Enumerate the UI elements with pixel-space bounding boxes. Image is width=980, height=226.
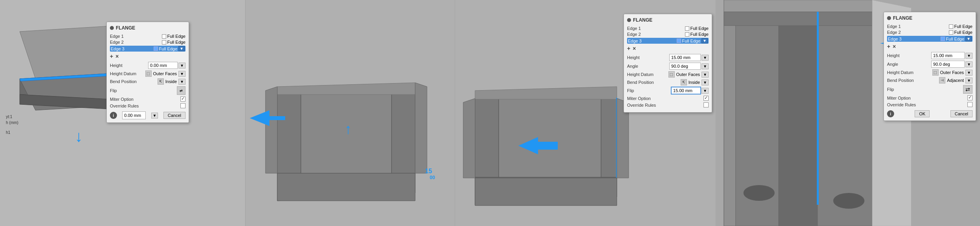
svg-marker-31 <box>475 178 617 206</box>
add-edge-button[interactable]: + <box>110 53 113 59</box>
height-dropdown-btn[interactable]: ▼ <box>178 63 186 69</box>
d3-bend-pos-label: Bend Position <box>887 78 917 83</box>
d2-edge2-label: Edge 2 <box>627 32 645 37</box>
ok-button[interactable]: OK <box>915 110 930 117</box>
d2-flip-dropdown[interactable]: ▼ <box>702 88 709 94</box>
d2-angle-input[interactable] <box>669 63 701 70</box>
d3-edge3-label: Edge 3 <box>888 37 906 41</box>
height-input[interactable] <box>148 62 178 69</box>
edge1-label: Edge 1 <box>110 34 128 39</box>
svg-text:00: 00 <box>430 175 435 180</box>
flip-icon[interactable]: ⇄ <box>177 86 186 95</box>
d3-height-dropdown[interactable]: ▼ <box>965 53 973 59</box>
d2-miter-checkbox[interactable] <box>703 96 709 101</box>
d3-bend-pos-text: Adjacent <box>947 78 964 83</box>
d2-bend-pos-icon: ↸ <box>681 79 687 85</box>
d2-edge3-dropdown[interactable]: ▼ <box>702 38 708 43</box>
d3-override-label: Override Rules <box>887 102 917 107</box>
footer-value-input[interactable] <box>122 111 146 119</box>
dialog1-title: FLANGE <box>116 25 135 31</box>
d3-cancel-button[interactable]: Cancel <box>950 110 973 117</box>
edge2-checkbox[interactable] <box>162 40 166 44</box>
arrow-down-icon: ↓ <box>75 128 83 145</box>
d3-outer-faces-icon: ⬚ <box>932 69 939 76</box>
svg-text:h (mm): h (mm) <box>6 120 19 125</box>
svg-point-40 <box>743 185 774 201</box>
d2-flip-input[interactable] <box>671 87 701 94</box>
d3-edge-row-3[interactable]: Edge 3 Full Edge ▼ <box>887 36 973 42</box>
d3-edge2-label: Edge 2 <box>887 30 905 35</box>
d3-angle-dropdown[interactable]: ▼ <box>965 61 973 67</box>
footer-dropdown-btn[interactable]: ▼ <box>151 113 158 119</box>
d2-height-input[interactable] <box>669 54 701 61</box>
override-rules-checkbox[interactable] <box>180 103 186 108</box>
d2-edge2-check[interactable] <box>685 32 689 37</box>
d2-edge1-check[interactable] <box>685 26 689 31</box>
svg-text:yt:1: yt:1 <box>6 115 13 119</box>
d3-add-btn[interactable]: + <box>887 43 890 50</box>
d3-edge1-check[interactable] <box>949 24 953 29</box>
d3-info-button[interactable]: i <box>887 110 894 117</box>
height-input-group: ▼ <box>148 62 186 69</box>
d3-edge3-check[interactable] <box>941 37 945 41</box>
edge3-label: Edge 3 <box>111 46 128 51</box>
svg-marker-16 <box>415 83 427 173</box>
edge2-label: Edge 2 <box>110 40 128 44</box>
d2-height-dropdown[interactable]: ▼ <box>702 55 709 61</box>
height-label: Height <box>110 63 139 68</box>
d2-height-datum-label: Height Datum <box>627 72 657 77</box>
flange-dialog-2: FLANGE Edge 1 Full Edge Edge 2 Full Edge… <box>624 14 712 113</box>
d2-override-checkbox[interactable] <box>703 102 709 107</box>
info-button[interactable]: i <box>110 112 117 119</box>
d3-height-row: Height ▼ <box>887 52 973 59</box>
d2-edge1-box: Full Edge <box>685 26 709 31</box>
height-datum-dropdown[interactable]: ▼ <box>178 71 186 77</box>
cancel-button[interactable]: Cancel <box>163 112 186 119</box>
remove-edge-button[interactable]: × <box>115 53 119 59</box>
svg-marker-17 <box>277 173 415 201</box>
dialog3-footer: i OK Cancel <box>887 110 973 117</box>
d3-flip-label: Flip <box>887 87 917 92</box>
d2-bend-pos-dropdown[interactable]: ▼ <box>702 80 709 85</box>
d3-angle-input[interactable] <box>931 61 965 68</box>
height-datum-value: ⬚ Outer Faces ▼ <box>145 70 186 77</box>
d2-edge3-check[interactable] <box>677 39 681 43</box>
miter-option-checkbox[interactable] <box>180 96 186 102</box>
edge3-checkbox[interactable] <box>154 46 158 51</box>
d2-add-btn[interactable]: + <box>627 45 630 52</box>
flange-dialog-3: FLANGE Edge 1 Full Edge Edge 2 Full Edge… <box>883 12 976 121</box>
d3-edge3-dropdown[interactable]: ▼ <box>965 36 972 41</box>
d2-height-datum-val: ⬚ Outer Faces ▼ <box>668 71 709 78</box>
d3-height-datum-dropdown[interactable]: ▼ <box>965 70 973 76</box>
d3-miter-checkbox[interactable] <box>967 95 973 100</box>
d2-height-datum-dropdown[interactable]: ▼ <box>702 72 709 78</box>
d3-edge2-check[interactable] <box>949 30 953 35</box>
d3-bend-pos-dropdown[interactable]: ▼ <box>965 78 973 83</box>
d3-remove-btn[interactable]: × <box>893 43 896 50</box>
d2-edge-row-3[interactable]: Edge 3 Full Edge ▼ <box>627 38 709 44</box>
d3-flip-icon[interactable]: ⇄ <box>963 85 973 94</box>
svg-text:15: 15 <box>425 168 432 174</box>
d2-edge3-box: Full Edge ▼ <box>677 38 708 43</box>
svg-marker-30 <box>463 98 475 178</box>
dialog3-title: FLANGE <box>893 15 912 21</box>
d3-override-checkbox[interactable] <box>967 102 973 107</box>
d2-angle-dropdown[interactable]: ▼ <box>702 63 709 69</box>
d2-remove-btn[interactable]: × <box>633 45 636 52</box>
d2-icon-row: + × <box>627 45 709 52</box>
dialog3-header: FLANGE <box>887 15 973 21</box>
bend-position-dropdown[interactable]: ▼ <box>178 79 186 85</box>
d3-height-input[interactable] <box>931 52 965 59</box>
edge1-checkbox[interactable] <box>162 34 166 39</box>
d3-override-row: Override Rules <box>887 102 973 107</box>
svg-rect-37 <box>779 0 818 226</box>
panel3-scene: FLANGE Edge 1 Full Edge Edge 2 Full Edge… <box>455 0 715 226</box>
bend-position-value: ↸ Inside ▼ <box>158 78 186 85</box>
d2-miter-label: Miter Option <box>627 96 657 101</box>
dialog2-header: FLANGE <box>627 17 709 23</box>
edge-row-3-highlighted[interactable]: Edge 3 Full Edge ▼ <box>110 46 186 52</box>
d2-height-input-group: ▼ <box>669 54 709 61</box>
d3-height-label: Height <box>887 53 917 58</box>
edge3-dropdown[interactable]: ▼ <box>178 46 185 51</box>
height-datum-row: Height Datum ⬚ Outer Faces ▼ <box>110 70 186 77</box>
